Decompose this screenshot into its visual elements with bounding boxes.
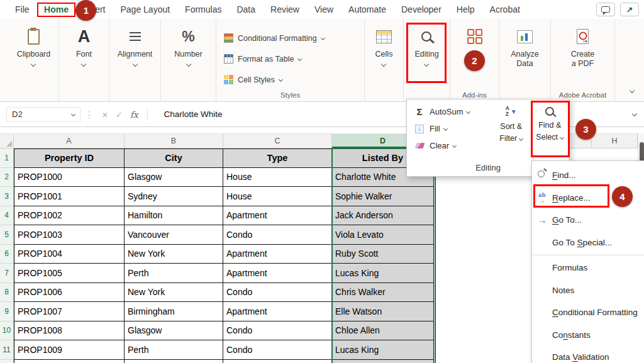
cell-styles-button[interactable]: Cell Styles (224, 69, 325, 90)
menu-tab-page-layout[interactable]: Page Layout (113, 2, 177, 17)
cell[interactable]: New York (125, 283, 223, 303)
menu-tab-help[interactable]: Help (449, 2, 482, 17)
enter-icon[interactable] (116, 109, 123, 120)
cell[interactable] (14, 360, 125, 363)
menu-item-go-to-special[interactable]: Go To Special... (532, 232, 644, 254)
cell[interactable]: House (223, 168, 332, 187)
alignment-button[interactable]: Alignment (118, 26, 153, 66)
cell[interactable] (223, 360, 332, 363)
row-header[interactable]: 10 (0, 321, 14, 341)
cell[interactable]: Apartment (223, 206, 332, 226)
cell[interactable]: Sophie Walker (332, 187, 434, 206)
row-header[interactable]: 11 (0, 340, 14, 360)
conditional-formatting-button[interactable]: Conditional Formatting (224, 28, 325, 48)
editing-button[interactable]: Editing (414, 26, 438, 66)
cell[interactable]: Type (223, 148, 332, 168)
formula-bar-input[interactable]: Charlotte White (155, 109, 644, 119)
row-header[interactable]: 4 (0, 206, 14, 226)
cell[interactable]: Property ID (14, 148, 125, 168)
column-header-b[interactable]: B (125, 134, 223, 148)
column-header-c[interactable]: C (223, 134, 332, 148)
cell[interactable]: Birmingham (125, 302, 223, 321)
menu-item-data-validation[interactable]: Data Validation (532, 346, 644, 363)
cell[interactable] (332, 360, 434, 363)
addins-button[interactable] (467, 26, 482, 47)
insert-function-icon[interactable] (130, 109, 138, 120)
cell[interactable]: Perth (125, 264, 223, 283)
row-header[interactable]: 8 (0, 283, 14, 303)
row-header[interactable]: 7 (0, 264, 14, 283)
cell[interactable]: Viola Levato (332, 225, 434, 245)
cell[interactable]: Chloe Allen (332, 321, 434, 341)
cell[interactable]: Condo (223, 321, 332, 341)
cell[interactable]: City (125, 148, 223, 168)
cell[interactable]: Apartment (223, 264, 332, 283)
create-pdf-button[interactable]: Createa PDF (571, 26, 595, 69)
menu-tab-formulas[interactable]: Formulas (177, 2, 229, 17)
cell[interactable]: Ruby Scott (332, 245, 434, 264)
row-header[interactable]: 9 (0, 302, 14, 321)
cell[interactable]: Elle Watson (332, 302, 434, 321)
analyze-data-button[interactable]: AnalyzeData (511, 26, 538, 69)
cell[interactable]: Condo (223, 225, 332, 245)
cell[interactable]: Apartment (223, 302, 332, 321)
row-header[interactable]: 5 (0, 225, 14, 245)
menu-tab-review[interactable]: Review (263, 2, 307, 17)
menu-item-conditional-formatting[interactable]: Conditional Formatting (532, 301, 644, 324)
menu-tab-home[interactable]: Home (37, 3, 76, 17)
cell[interactable]: Condo (223, 340, 332, 360)
cell[interactable]: PROP1004 (14, 245, 125, 264)
cell[interactable]: PROP1000 (14, 168, 125, 187)
menu-tab-view[interactable]: View (307, 2, 341, 17)
comments-button[interactable] (596, 3, 615, 16)
cell[interactable]: Vancouver (125, 225, 223, 245)
cell[interactable]: Lucas King (332, 340, 434, 360)
cell[interactable]: House (223, 187, 332, 206)
row-header[interactable]: 6 (0, 245, 14, 264)
cell[interactable]: PROP1005 (14, 264, 125, 283)
row-header[interactable]: 3 (0, 187, 14, 206)
select-all-corner[interactable] (0, 134, 14, 148)
menu-tab-acrobat[interactable]: Acrobat (482, 2, 528, 17)
number-button[interactable]: Number (174, 26, 202, 66)
cell[interactable]: PROP1003 (14, 225, 125, 245)
row-header[interactable]: 1 (0, 148, 14, 168)
menu-tab-data[interactable]: Data (229, 2, 263, 17)
cell[interactable]: PROP1009 (14, 340, 125, 360)
format-as-table-button[interactable]: Format as Table (224, 48, 325, 69)
menu-tab-automate[interactable]: Automate (341, 2, 394, 17)
font-button[interactable]: Font (76, 26, 92, 66)
cell[interactable]: Apartment (223, 245, 332, 264)
clipboard-button[interactable]: Clipboard (17, 26, 51, 66)
cell[interactable] (125, 360, 223, 363)
menu-tab-file[interactable]: File (8, 2, 37, 17)
fill-menu-item[interactable]: Fill (407, 120, 492, 137)
cell[interactable]: Sydney (125, 187, 223, 206)
column-header-h[interactable]: H (591, 134, 638, 148)
menu-item-go-to[interactable]: Go To... (532, 209, 644, 232)
cell[interactable]: PROP1007 (14, 302, 125, 321)
cell[interactable]: PROP1002 (14, 206, 125, 226)
cell[interactable]: Jack Anderson (332, 206, 434, 226)
menu-tab-developer[interactable]: Developer (394, 2, 449, 17)
cancel-icon[interactable] (102, 109, 108, 120)
menu-item-notes[interactable]: Notes (532, 279, 644, 302)
clear-menu-item[interactable]: Clear (407, 137, 492, 154)
cell[interactable]: New York (125, 245, 223, 264)
cell[interactable]: Hamilton (125, 206, 223, 226)
cell[interactable]: Glasgow (125, 321, 223, 341)
menu-tab-insert[interactable]: Insert1 (75, 2, 113, 17)
name-box[interactable]: D2 (6, 107, 80, 122)
cell[interactable]: Condo (223, 283, 332, 303)
cell[interactable]: PROP1001 (14, 187, 125, 206)
cell[interactable]: Lucas King (332, 264, 434, 283)
autosum-menu-item[interactable]: AutoSum (407, 103, 492, 120)
collapse-ribbon-chevron-icon[interactable] (630, 88, 635, 93)
column-header-a[interactable]: A (14, 134, 125, 148)
row-header[interactable]: 2 (0, 168, 14, 187)
share-button[interactable] (620, 3, 639, 16)
cell[interactable]: Chris Walker (332, 283, 434, 303)
cell[interactable]: PROP1006 (14, 283, 125, 303)
menu-item-find[interactable]: Find... (532, 164, 644, 187)
menu-item-formulas[interactable]: Formulas (532, 257, 644, 279)
